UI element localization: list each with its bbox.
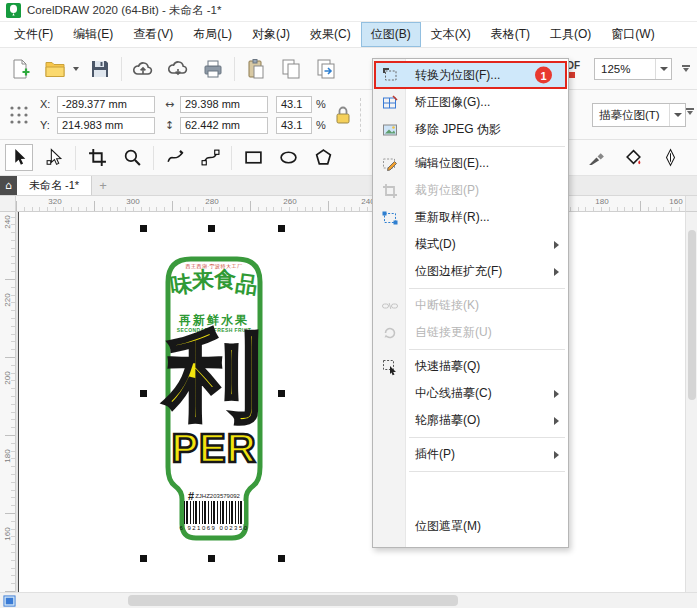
submenu-arrow-icon <box>554 268 559 276</box>
selection-handle[interactable] <box>208 555 215 562</box>
trace-dropdown-button[interactable] <box>669 104 685 126</box>
selection-handle[interactable] <box>278 390 285 397</box>
menu-item-mode[interactable]: 模式(D) <box>373 231 568 258</box>
vertical-scrollbar-thumb[interactable] <box>688 230 696 400</box>
home-icon[interactable] <box>0 176 17 195</box>
zoom-value: 125% <box>595 63 655 75</box>
paste-button[interactable] <box>242 55 270 83</box>
copy-button[interactable] <box>277 55 305 83</box>
horizontal-scrollbar-thumb[interactable] <box>128 595 458 606</box>
y-label: Y: <box>40 119 53 131</box>
propbar-separator <box>360 98 361 132</box>
ruler-number: 220 <box>0 292 16 308</box>
y-position-input[interactable]: 214.983 mm <box>57 117 155 134</box>
menu-item-quick-trace[interactable]: 快速描摹(Q) <box>373 353 568 380</box>
menubar: 文件(F) 编辑(E) 查看(V) 布局(L) 对象(J) 效果(C) 位图(B… <box>0 22 697 48</box>
print-button[interactable] <box>199 55 227 83</box>
menu-window[interactable]: 窗口(W) <box>601 22 664 47</box>
menu-item-label: 裁剪位图(P) <box>415 182 479 199</box>
selection-handle[interactable] <box>140 390 147 397</box>
horizontal-scrollbar[interactable] <box>18 593 685 608</box>
eyedropper-tool[interactable] <box>582 144 610 171</box>
menu-table[interactable]: 表格(T) <box>481 22 540 47</box>
rectangle-tool[interactable] <box>239 144 267 171</box>
selection-handle[interactable] <box>278 225 285 232</box>
lock-ratio-button[interactable] <box>334 104 352 126</box>
menu-view[interactable]: 查看(V) <box>123 22 183 47</box>
pen-tool[interactable] <box>656 144 684 171</box>
menu-tools[interactable]: 工具(O) <box>540 22 601 47</box>
ruler-origin[interactable] <box>0 196 16 212</box>
menu-item-remove-jpeg-artifacts[interactable]: 移除 JPEG 伪影 <box>373 116 568 143</box>
menu-effects[interactable]: 效果(C) <box>300 22 361 47</box>
menu-item-convert-to-bitmap[interactable]: 转换为位图(F)... 1 <box>374 61 567 89</box>
selection-handle[interactable] <box>140 555 147 562</box>
menu-edit[interactable]: 编辑(E) <box>63 22 123 47</box>
menu-text[interactable]: 文本(X) <box>421 22 481 47</box>
menu-item-label: 编辑位图(E)... <box>415 155 489 172</box>
label-brand-text: 味来食品 <box>158 269 270 295</box>
object-height-input[interactable]: 62.442 mm <box>180 117 268 134</box>
canvas[interactable]: 西王西湖·宁波特大工厂 味来食品 再新鲜水果 SECONDARY FRESH F… <box>16 212 685 592</box>
scale-x-input[interactable]: 43.1 <box>276 96 312 113</box>
open-from-cloud-button[interactable] <box>164 55 192 83</box>
menu-item-inflate-bitmap[interactable]: 位图边框扩充(F) <box>373 258 568 285</box>
edit-bitmap-icon <box>381 155 399 173</box>
ruler-number: 200 <box>0 370 16 386</box>
vertical-scrollbar[interactable] <box>685 212 697 592</box>
menu-item-bitmap-mask[interactable]: 位图遮罩(M) <box>373 513 568 540</box>
ellipse-tool[interactable] <box>274 144 302 171</box>
ruler-number: 240 <box>0 214 16 230</box>
ruler-number: 160 <box>666 197 686 206</box>
ruler-number: 160 <box>0 526 16 542</box>
crop-tool[interactable] <box>83 144 111 171</box>
vertical-ruler[interactable]: 240 220 200 180 160 <box>0 212 16 592</box>
shape-tool[interactable] <box>40 144 68 171</box>
open-dropdown-icon[interactable] <box>73 67 79 71</box>
trace-bitmap-button[interactable]: 描摹位图(T) <box>592 103 686 127</box>
object-width-input[interactable]: 29.398 mm <box>180 96 268 113</box>
selection-handle[interactable] <box>278 555 285 562</box>
interactive-fill-tool[interactable] <box>619 144 647 171</box>
save-to-cloud-button[interactable] <box>129 55 157 83</box>
menu-item-outline-trace[interactable]: 轮廓描摹(O) <box>373 407 568 434</box>
titlebar: CorelDRAW 2020 (64-Bit) - 未命名 -1* <box>0 0 697 22</box>
zoom-level-select[interactable]: 125% <box>594 58 672 80</box>
menu-item-straighten-image[interactable]: 矫正图像(G)... <box>373 89 568 116</box>
save-button[interactable] <box>86 55 114 83</box>
open-document-button[interactable] <box>41 55 69 83</box>
document-tab[interactable]: 未命名 -1* <box>17 176 92 195</box>
toolbox-separator <box>153 146 154 170</box>
menu-item-resample[interactable]: 重新取样(R)... <box>373 204 568 231</box>
menu-item-centerline-trace[interactable]: 中心线描摹(C) <box>373 380 568 407</box>
toolbox-separator <box>231 146 232 170</box>
ruler-options-button[interactable] <box>685 196 697 212</box>
new-tab-button[interactable]: + <box>92 176 114 195</box>
label-artwork[interactable]: 西王西湖·宁波特大工厂 味来食品 再新鲜水果 SECONDARY FRESH F… <box>158 252 270 546</box>
zoom-tool[interactable] <box>118 144 146 171</box>
toolbar-overflow-button[interactable] <box>681 65 691 72</box>
page-navigator-icon[interactable] <box>3 595 16 607</box>
bitmaps-menu-popup: 转换为位图(F)... 1 矫正图像(G)... 移除 JPEG 伪影 编辑位图… <box>372 58 569 548</box>
menu-item-edit-bitmap[interactable]: 编辑位图(E)... <box>373 150 568 177</box>
propbar-overflow-button[interactable] <box>685 108 695 115</box>
ruler-number: 180 <box>592 197 612 206</box>
bezier-tool[interactable] <box>196 144 224 171</box>
new-document-button[interactable] <box>6 55 34 83</box>
menu-bitmaps[interactable]: 位图(B) <box>361 22 421 47</box>
horizontal-ruler[interactable]: 320 300 280 260 240 220 200 180 160 <box>16 196 685 212</box>
menu-object[interactable]: 对象(J) <box>242 22 300 47</box>
import-button[interactable] <box>312 55 340 83</box>
x-position-input[interactable]: -289.377 mm <box>57 96 155 113</box>
menu-file[interactable]: 文件(F) <box>4 22 63 47</box>
object-origin-widget[interactable] <box>6 102 32 128</box>
polygon-tool[interactable] <box>309 144 337 171</box>
pick-tool[interactable] <box>5 144 33 171</box>
freehand-tool[interactable] <box>161 144 189 171</box>
selection-handle[interactable] <box>140 225 147 232</box>
zoom-dropdown-button[interactable] <box>655 59 671 79</box>
scale-y-input[interactable]: 43.1 <box>276 117 312 134</box>
menu-item-plugins[interactable]: 插件(P) <box>373 441 568 468</box>
selection-handle[interactable] <box>208 225 215 232</box>
menu-layout[interactable]: 布局(L) <box>183 22 242 47</box>
